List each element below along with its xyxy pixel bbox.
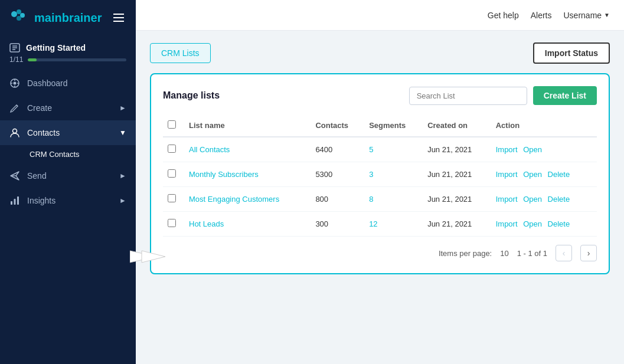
contacts-cell-3: 300	[311, 212, 364, 237]
logo-icon	[9, 8, 28, 27]
table-row: Monthly Subscribers53003Jun 21, 2021Impo…	[163, 162, 597, 187]
actions-cell-0: Import Open	[491, 137, 597, 162]
svg-rect-18	[17, 196, 19, 205]
row-checkbox-1[interactable]	[168, 169, 176, 178]
created-on-cell-0: Jun 21, 2021	[423, 137, 491, 162]
logo-text: mainbrainer	[34, 11, 102, 25]
actions-cell-1: Import Open Delete	[491, 162, 597, 187]
contacts-cell-1: 5300	[311, 162, 364, 187]
action-import-1[interactable]: Import	[496, 170, 518, 179]
created-on-cell-1: Jun 21, 2021	[423, 162, 491, 187]
sidebar-subitem-crm-contacts[interactable]: CRM Contacts	[0, 145, 136, 163]
row-checkbox-cell	[163, 162, 184, 187]
insights-icon	[9, 195, 20, 206]
main-area: Get help Alerts Username ▼ CRM Lists Imp…	[136, 0, 624, 364]
getting-started-icon	[9, 42, 20, 53]
action-import-2[interactable]: Import	[496, 195, 518, 204]
svg-rect-17	[14, 199, 16, 205]
segment-link-0[interactable]: 5	[369, 145, 373, 154]
create-list-button[interactable]: Create List	[533, 86, 597, 105]
sidebar-item-send[interactable]: Send ►	[0, 163, 136, 188]
svg-rect-16	[11, 201, 12, 205]
next-page-button[interactable]: ›	[580, 245, 597, 261]
send-icon	[9, 170, 20, 181]
page-range: 1 - 1 of 1	[517, 249, 547, 258]
svg-point-3	[17, 16, 21, 21]
col-list-name: List name	[184, 114, 311, 137]
action-delete-2[interactable]: Delete	[548, 195, 570, 204]
page-content: CRM Lists Import Status Manage lists Cre…	[136, 31, 624, 364]
svg-point-14	[13, 129, 17, 133]
select-all-checkbox[interactable]	[168, 120, 176, 129]
row-checkbox-2[interactable]	[168, 194, 176, 202]
action-import-3[interactable]: Import	[496, 219, 518, 228]
getting-started-progress-row: 1/11	[9, 55, 126, 64]
top-navbar: Get help Alerts Username ▼	[136, 0, 624, 31]
prev-page-button[interactable]: ‹	[556, 245, 572, 261]
contacts-label: Contacts	[27, 128, 112, 137]
list-name-link-0[interactable]: All Contacts	[189, 145, 230, 154]
list-name-link-1[interactable]: Monthly Subscribers	[189, 170, 259, 179]
items-per-page-label: Items per page:	[439, 249, 492, 258]
action-open-2[interactable]: Open	[523, 195, 542, 204]
action-delete-3[interactable]: Delete	[548, 219, 570, 228]
actions-cell-2: Import Open Delete	[491, 187, 597, 212]
segment-link-3[interactable]: 12	[369, 219, 377, 228]
action-open-3[interactable]: Open	[523, 219, 542, 228]
table-actions: Create List	[409, 86, 597, 105]
dashboard-icon	[9, 78, 20, 88]
list-name-link-2[interactable]: Most Engaging Customers	[189, 195, 279, 204]
row-checkbox-cell	[163, 137, 184, 162]
list-name-link-3[interactable]: Hot Leads	[189, 219, 224, 228]
username-text: Username	[564, 11, 602, 20]
created-on-cell-3: Jun 21, 2021	[423, 212, 491, 237]
dashboard-label: Dashboard	[27, 78, 126, 88]
username-caret: ▼	[604, 12, 610, 18]
segment-link-1[interactable]: 3	[369, 170, 373, 179]
table-row: All Contacts64005Jun 21, 2021Import Open	[163, 137, 597, 162]
table-row: Hot Leads30012Jun 21, 2021Import Open De…	[163, 212, 597, 237]
lists-table: List name Contacts Segments Created on A…	[163, 114, 597, 237]
contacts-cell-2: 800	[311, 187, 364, 212]
sidebar: mainbrainer Getting Started 1/11	[0, 0, 136, 364]
sidebar-item-contacts[interactable]: Contacts ▼	[0, 120, 136, 145]
segment-link-2[interactable]: 8	[369, 195, 373, 204]
crm-lists-tab[interactable]: CRM Lists	[150, 43, 211, 63]
header-checkbox-col	[163, 114, 184, 137]
pagination-row: Items per page: 10 1 - 1 of 1 ‹ ›	[163, 245, 597, 261]
table-header: Manage lists Create List	[163, 86, 597, 105]
row-checkbox-0[interactable]	[168, 145, 176, 153]
getting-started-section[interactable]: Getting Started 1/11	[0, 35, 136, 71]
progress-fill	[28, 58, 37, 61]
items-per-page-value: 10	[500, 249, 508, 258]
contacts-cell-0: 6400	[311, 137, 364, 162]
progress-bar	[28, 58, 126, 61]
send-arrow: ►	[119, 172, 126, 180]
insights-arrow: ►	[119, 196, 126, 205]
contacts-icon	[9, 127, 20, 138]
hamburger-menu[interactable]	[111, 11, 126, 24]
logo-area: mainbrainer	[0, 0, 136, 35]
action-open-1[interactable]: Open	[523, 170, 542, 179]
svg-point-1	[17, 9, 21, 14]
action-delete-1[interactable]: Delete	[548, 170, 570, 179]
table-row: Most Engaging Customers8008Jun 21, 2021I…	[163, 187, 597, 212]
action-open-0[interactable]: Open	[523, 145, 542, 154]
getting-started-title: Getting Started	[9, 42, 126, 53]
sidebar-item-dashboard[interactable]: Dashboard	[0, 71, 136, 96]
import-status-button[interactable]: Import Status	[533, 42, 610, 64]
alerts-link[interactable]: Alerts	[531, 11, 552, 20]
manage-lists-title: Manage lists	[163, 90, 220, 101]
search-input[interactable]	[409, 87, 527, 105]
action-import-0[interactable]: Import	[496, 145, 518, 154]
manage-lists-card: Manage lists Create List List name Conta…	[150, 73, 610, 274]
tabs-row: CRM Lists Import Status	[150, 42, 610, 64]
row-checkbox-3[interactable]	[168, 219, 176, 227]
col-segments: Segments	[364, 114, 423, 137]
get-help-link[interactable]: Get help	[488, 11, 519, 20]
username-dropdown[interactable]: Username ▼	[564, 11, 610, 20]
sidebar-item-insights[interactable]: Insights ►	[0, 188, 136, 213]
row-checkbox-cell	[163, 187, 184, 212]
sidebar-item-create[interactable]: Create ►	[0, 96, 136, 120]
col-action: Action	[491, 114, 597, 137]
